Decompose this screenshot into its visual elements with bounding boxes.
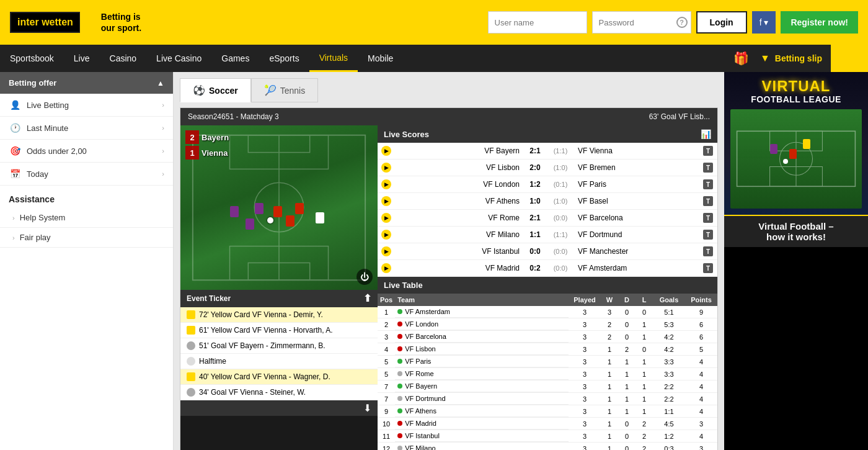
t-badge-2[interactable]: T — [702, 179, 714, 190]
play-btn-0[interactable]: ▶ — [381, 146, 391, 156]
betting-slip-chevron[interactable]: ▼ — [758, 53, 773, 64]
ad-image: VIRTUAL FOOTBALL LEAGUE — [724, 72, 868, 215]
cell-goals-4: 3:3 — [653, 356, 685, 368]
ball — [267, 217, 273, 223]
sidebar-title[interactable]: Betting offer ▲ — [0, 72, 173, 94]
power-button[interactable]: ⏻ — [356, 269, 373, 285]
score-result-3: 1:0 — [523, 197, 547, 205]
cell-points-6: 4 — [685, 380, 717, 393]
play-btn-4[interactable]: ▶ — [381, 213, 391, 223]
username-input[interactable] — [488, 11, 587, 34]
t-badge-4[interactable]: T — [702, 212, 714, 223]
cell-points-0: 9 — [685, 306, 717, 318]
sidebar-item-live-betting[interactable]: 👤 Live Betting › — [0, 94, 173, 117]
cell-w-3: 1 — [601, 343, 618, 356]
live-table-header: Live Table — [378, 277, 717, 294]
register-button[interactable]: Register now! — [781, 11, 858, 34]
nav-virtuals[interactable]: Virtuals — [309, 45, 358, 72]
sport-tabs: ⚽ Soccer 🎾 Tennis — [180, 78, 718, 102]
gift-icon[interactable]: 🎁 — [725, 51, 758, 66]
nav-live[interactable]: Live — [64, 45, 100, 72]
score-away-2: VF Paris — [574, 180, 702, 189]
ticker-header: Event Ticker ⬆ — [180, 290, 378, 307]
betting-slip-label[interactable]: Betting slip — [773, 53, 831, 63]
score-home-num: 2 — [185, 130, 199, 144]
cell-l-8: 1 — [636, 405, 653, 418]
cell-points-5: 4 — [685, 368, 717, 380]
sidebar-item-fairplay[interactable]: › Fair play — [0, 228, 173, 248]
col-pos: Pos — [378, 294, 395, 306]
nav-esports[interactable]: eSports — [259, 45, 309, 72]
sidebar-item-today[interactable]: 📅 Today › — [0, 163, 173, 186]
match-area: Season24651 - Matchday 3 63' Goal VF Lis… — [180, 107, 718, 450]
header: inter wetten Betting is our sport. ? Log… — [0, 0, 868, 45]
score-home-5: VF Milano — [395, 230, 523, 239]
t-badge-0[interactable]: T — [702, 145, 714, 156]
live-betting-icon: 👤 — [10, 100, 20, 110]
play-btn-2[interactable]: ▶ — [381, 179, 391, 189]
nav-mobile[interactable]: Mobile — [358, 45, 403, 72]
yellow-card-icon-2 — [187, 326, 195, 335]
score-home-0: VF Bayern — [395, 146, 523, 155]
nav-casino[interactable]: Casino — [100, 45, 147, 72]
nav-sportsbook[interactable]: Sportsbook — [0, 45, 64, 72]
halftime-icon — [187, 357, 195, 366]
cell-played-6: 3 — [569, 380, 601, 393]
t-badge-1[interactable]: T — [702, 162, 714, 173]
score-row-3: ▶ VF Athens 1:0 (1:0) VF Basel T — [378, 193, 717, 210]
nav-live-casino[interactable]: Live Casino — [146, 45, 211, 72]
play-btn-3[interactable]: ▶ — [381, 196, 391, 206]
cell-goals-3: 4:2 — [653, 343, 685, 356]
ad-player-3 — [803, 139, 810, 149]
cell-l-3: 0 — [636, 343, 653, 356]
ticker-text-4: Halftime — [199, 357, 226, 366]
facebook-login-button[interactable]: f ▾ — [752, 11, 776, 34]
chevron-right-3: › — [162, 147, 164, 155]
t-badge-3[interactable]: T — [702, 196, 714, 207]
cell-d-1: 0 — [618, 318, 636, 331]
chevron-right-1: › — [162, 101, 164, 109]
ticker-scroll-up[interactable]: ⬆ — [363, 294, 371, 304]
score-row-1: ▶ VF Lisbon 2:0 (1:0) VF Bremen T — [378, 160, 717, 176]
tab-soccer[interactable]: ⚽ Soccer — [180, 78, 251, 102]
password-help-icon[interactable]: ? — [676, 17, 688, 28]
login-button[interactable]: Login — [696, 11, 747, 34]
sidebar-item-odds[interactable]: 🎯 Odds under 2,00 › — [0, 140, 173, 163]
nav-games[interactable]: Games — [211, 45, 259, 72]
match-season: Season24651 - Matchday 3 — [188, 112, 279, 121]
score-row-5: ▶ VF Milano 1:1 (1:1) VF Dortmund T — [378, 227, 717, 243]
cell-d-10: 0 — [618, 430, 636, 443]
cell-pos-7: 7 — [378, 393, 395, 405]
t-badge-6[interactable]: T — [702, 246, 714, 257]
tab-soccer-label: Soccer — [209, 86, 238, 96]
cell-d-3: 2 — [618, 343, 636, 356]
event-ticker: Event Ticker ⬆ 72' Yellow Card VF Vienna… — [180, 290, 378, 416]
t-badge-5[interactable]: T — [702, 229, 714, 240]
live-scores-header: Live Scores 📊 — [378, 125, 717, 143]
cell-points-3: 5 — [685, 343, 717, 356]
play-btn-7[interactable]: ▶ — [381, 263, 391, 273]
ticker-scroll-down[interactable]: ⬇ — [363, 402, 371, 414]
sidebar-item-last-minute[interactable]: 🕐 Last Minute › — [0, 117, 173, 140]
score-away-0: VF Vienna — [574, 146, 702, 155]
play-btn-6[interactable]: ▶ — [381, 246, 391, 256]
cell-w-8: 1 — [601, 405, 618, 418]
score-home-3: VF Athens — [395, 197, 523, 205]
fair-play-label: Fair play — [20, 233, 51, 242]
t-badge-7[interactable]: T — [702, 263, 714, 274]
play-btn-1[interactable]: ▶ — [381, 163, 391, 173]
cell-played-2: 3 — [569, 331, 601, 343]
score-row-0: ▶ VF Bayern 2:1 (1:1) VF Vienna T — [378, 143, 717, 160]
tab-tennis[interactable]: 🎾 Tennis — [251, 78, 318, 102]
live-scores-title: Live Scores — [384, 130, 429, 139]
cell-d-5: 1 — [618, 368, 636, 380]
table-row-5: 5 VF Rome 3 1 1 1 3:3 4 — [378, 368, 717, 380]
cell-played-0: 3 — [569, 306, 601, 318]
cell-played-11: 3 — [569, 443, 601, 451]
score-away-7: VF Amsterdam — [574, 264, 702, 272]
table-row-8: 9 VF Athens 3 1 1 1 1:1 4 — [378, 405, 717, 418]
score-result-2: 1:2 — [523, 180, 547, 189]
sidebar-item-help[interactable]: › Help System — [0, 208, 173, 228]
help-chevron-icon: › — [12, 214, 15, 222]
play-btn-5[interactable]: ▶ — [381, 230, 391, 240]
